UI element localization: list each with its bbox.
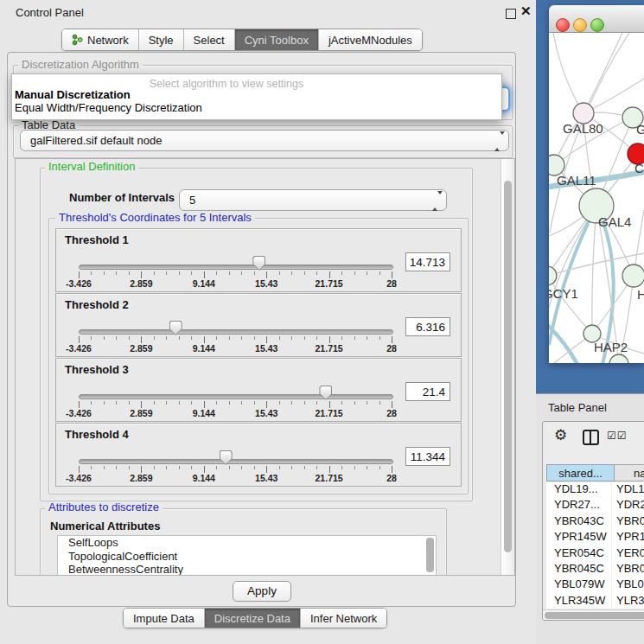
table-data-combo-value: galFiltered.sif default node xyxy=(30,134,162,147)
slider-tick xyxy=(341,336,342,340)
close-traffic-light-icon[interactable] xyxy=(556,18,570,32)
viewport-scrollbar[interactable] xyxy=(501,159,514,575)
number-of-intervals-combo[interactable]: 5 xyxy=(179,189,447,211)
slider-scale-label: 28 xyxy=(386,473,397,483)
slider-tick xyxy=(266,466,267,473)
slider-tick xyxy=(367,271,367,275)
top-tab-bar: Network Style Select Cyni Toolbox jActiv… xyxy=(61,29,423,51)
bottom-tab-bar: Impute Data Discretize Data Infer Networ… xyxy=(123,608,387,628)
slider-tick xyxy=(266,271,267,278)
tab-label: Network xyxy=(87,34,129,47)
slider-tick xyxy=(291,336,292,340)
slider-tick xyxy=(229,401,230,405)
number-of-intervals-value: 5 xyxy=(189,194,195,207)
slider-tick xyxy=(116,336,117,340)
tab-jactivemnodules[interactable]: jActiveMNodules xyxy=(318,29,422,50)
network-window-titlebar[interactable] xyxy=(549,5,644,33)
slider-scale-label: 2.859 xyxy=(130,408,152,418)
table-row[interactable]: YDL19...YDL1 xyxy=(546,482,644,498)
slider-tick xyxy=(241,466,242,469)
slider-tick xyxy=(316,466,317,469)
attribute-item[interactable]: BetweennessCentrality xyxy=(58,563,436,576)
slider-scale-label: 9.144 xyxy=(193,343,215,354)
slider-tick xyxy=(129,271,130,275)
slider-tick xyxy=(304,271,305,275)
tab-network[interactable]: Network xyxy=(62,29,138,50)
tab-impute-data[interactable]: Impute Data xyxy=(124,609,204,628)
apply-button[interactable]: Apply xyxy=(233,581,291,602)
network-node-bottom-node[interactable] xyxy=(609,354,628,363)
column-header-name[interactable]: na xyxy=(615,464,644,481)
slider-scale-label: 15.43 xyxy=(255,473,277,483)
network-canvas[interactable]: GAL80GACGAL11GAL4GCY1HHAP2 xyxy=(549,33,644,363)
network-view-window: GAL80GACGAL11GAL4GCY1HHAP2 xyxy=(549,5,644,363)
checkbox-icons[interactable]: ☑☑ xyxy=(607,430,628,442)
table-horizontal-scrollbar[interactable] xyxy=(543,609,644,621)
close-icon[interactable]: ✕ xyxy=(520,3,532,19)
table-row[interactable]: YBL079WYBL0 xyxy=(546,577,644,593)
table-cell: YBR043C xyxy=(546,514,612,530)
slider-tick xyxy=(179,401,180,405)
attribute-item[interactable]: TopologicalCoefficient xyxy=(58,550,436,564)
table-row[interactable]: YDR27...YDR2 xyxy=(546,498,644,513)
slider-scale-label: 9.144 xyxy=(193,278,215,289)
algorithm-option-manual[interactable]: Manual Discretization xyxy=(15,88,131,101)
attributes-scrollbar[interactable] xyxy=(426,538,434,572)
network-node-gcy1[interactable] xyxy=(549,266,557,285)
network-node-h-node[interactable] xyxy=(622,265,644,287)
table-cell: YBR045C xyxy=(546,562,612,577)
threshold-1-slider[interactable] xyxy=(79,265,393,270)
slider-scale-label: 2.859 xyxy=(130,473,152,483)
numerical-attributes-list[interactable]: SelfLoopsTopologicalCoefficientBetweenne… xyxy=(57,535,437,576)
threshold-2-panel: Threshold 2 -3.4262.8599.14415.4321.7152… xyxy=(55,293,462,357)
table-row[interactable]: YBR043CYBR0 xyxy=(546,514,644,530)
table-panel-titlebar: Table Panel xyxy=(536,393,644,420)
slider-tick xyxy=(379,401,380,405)
slider-tick xyxy=(367,336,367,340)
viewport-scrollbar-thumb[interactable] xyxy=(504,181,512,552)
columns-icon[interactable] xyxy=(583,430,599,445)
minimize-traffic-light-icon[interactable] xyxy=(573,18,587,32)
numerical-attributes-label: Numerical Attributes xyxy=(50,520,160,532)
float-window-icon[interactable] xyxy=(506,9,516,19)
tab-infer-network[interactable]: Infer Network xyxy=(300,609,386,628)
slider-tick xyxy=(241,401,242,405)
tab-cyni-toolbox[interactable]: Cyni Toolbox xyxy=(234,29,318,50)
tab-label: Discretize Data xyxy=(214,612,290,625)
threshold-3-value-field[interactable]: 21.4 xyxy=(405,382,450,401)
table-row[interactable]: YPR145WYPR1 xyxy=(546,530,644,545)
threshold-3-slider[interactable] xyxy=(79,394,393,399)
threshold-4-value-field[interactable]: 11.344 xyxy=(405,447,450,466)
column-header-shared-name[interactable]: shared... xyxy=(546,464,615,481)
slider-tick xyxy=(191,401,192,405)
threshold-2-slider[interactable] xyxy=(79,329,393,335)
slider-scale-label: 28 xyxy=(386,278,397,289)
tab-style[interactable]: Style xyxy=(138,29,183,50)
slider-scale-label: 2.859 xyxy=(130,343,152,354)
slider-tick xyxy=(254,336,255,340)
table-data-combo[interactable]: galFiltered.sif default node xyxy=(20,130,509,151)
table-row[interactable]: YLR345WYLR3 xyxy=(546,594,644,609)
zoom-traffic-light-icon[interactable] xyxy=(590,18,604,32)
attribute-item[interactable]: SelfLoops xyxy=(58,536,436,550)
slider-tick xyxy=(154,401,155,405)
gear-icon[interactable]: ⚙ xyxy=(554,426,567,444)
algorithm-option-equal-width[interactable]: Equal Width/Frequency Discretization xyxy=(15,101,202,114)
slider-tick xyxy=(354,466,355,469)
threshold-4-slider[interactable] xyxy=(79,459,393,464)
threshold-2-value-field[interactable]: 6.316 xyxy=(405,317,450,336)
slider-tick xyxy=(104,271,105,275)
table-horizontal-scrollbar-thumb[interactable] xyxy=(545,612,644,619)
slider-tick xyxy=(216,466,217,469)
tab-select[interactable]: Select xyxy=(183,29,234,50)
table-rows: YDL19...YDL1YDR27...YDR2YBR043CYBR0YPR14… xyxy=(546,482,644,609)
slider-tick xyxy=(166,401,167,405)
slider-tick xyxy=(354,401,355,405)
slider-tick xyxy=(341,466,342,469)
table-row[interactable]: YER054CYER0 xyxy=(546,546,644,562)
threshold-1-value-field[interactable]: 14.713 xyxy=(405,252,450,271)
network-icon xyxy=(72,34,83,46)
tab-discretize-data[interactable]: Discretize Data xyxy=(204,609,300,628)
table-row[interactable]: YBR045CYBR0 xyxy=(546,562,644,577)
tab-label: jActiveMNodules xyxy=(328,34,412,47)
